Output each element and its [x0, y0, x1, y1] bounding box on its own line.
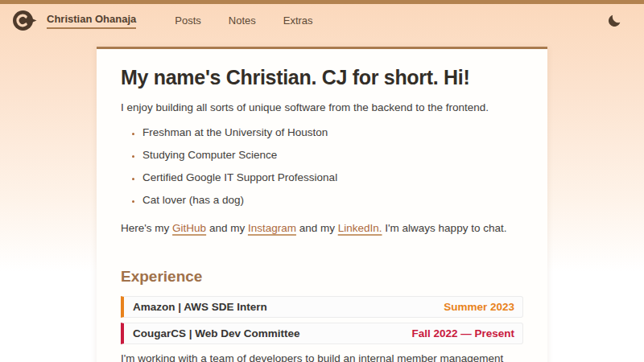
links-mid-text: and my — [206, 222, 248, 234]
experience-role: CougarCS | Web Dev Committee — [133, 327, 300, 339]
social-links-line: Here's my GitHub and my Instagram and my… — [121, 222, 523, 234]
site-header: Christian Ohanaja Posts Notes Extras — [0, 4, 644, 39]
nav-item-extras[interactable]: Extras — [283, 14, 313, 27]
experience-period: Fall 2022 — Present — [411, 327, 514, 339]
experience-description: I'm working with a team of developers to… — [121, 350, 523, 362]
links-mid-text: and my — [296, 222, 338, 234]
main-nav: Posts Notes Extras — [147, 14, 312, 27]
instagram-link[interactable]: Instagram — [248, 222, 296, 234]
content-card: My name's Christian. CJ for short. Hi! I… — [97, 47, 547, 362]
c-arrow-logo-icon[interactable] — [13, 10, 37, 31]
experience-row-cougarcs: CougarCS | Web Dev Committee Fall 2022 —… — [121, 323, 523, 344]
site-name-link[interactable]: Christian Ohanaja — [47, 13, 136, 29]
links-prefix-text: Here's my — [121, 222, 172, 234]
github-link[interactable]: GitHub — [172, 222, 206, 234]
links-suffix-text: I'm always happy to chat. — [382, 222, 507, 234]
facts-list: Freshman at the University of Houston St… — [121, 126, 523, 206]
page-title: My name's Christian. CJ for short. Hi! — [121, 66, 523, 89]
nav-item-notes[interactable]: Notes — [229, 14, 256, 27]
list-item: Certified Google IT Support Professional — [142, 171, 523, 183]
experience-role: Amazon | AWS SDE Intern — [133, 301, 267, 313]
experience-section-title: Experience — [121, 268, 523, 286]
experience-period: Summer 2023 — [444, 301, 514, 313]
list-item: Freshman at the University of Houston — [142, 126, 523, 138]
experience-row-amazon: Amazon | AWS SDE Intern Summer 2023 — [121, 296, 523, 318]
moon-icon — [606, 13, 622, 29]
list-item: Studying Computer Science — [142, 149, 523, 161]
linkedin-link[interactable]: LinkedIn. — [338, 222, 382, 234]
nav-item-posts[interactable]: Posts — [175, 14, 201, 27]
intro-text: I enjoy building all sorts of unique sof… — [121, 101, 523, 113]
theme-toggle-button[interactable] — [604, 10, 625, 31]
list-item: Cat lover (has a dog) — [142, 194, 523, 206]
